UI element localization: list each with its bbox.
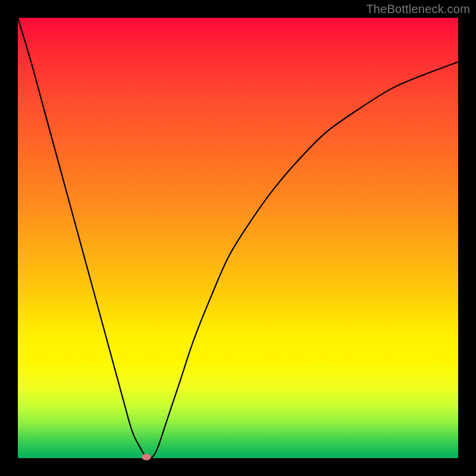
- optimum-marker: [142, 453, 151, 460]
- plot-area: [18, 18, 458, 458]
- curve-svg: [18, 18, 458, 458]
- bottleneck-curve: [18, 18, 458, 458]
- chart-frame: TheBottleneck.com: [0, 0, 476, 476]
- watermark-text: TheBottleneck.com: [366, 2, 470, 16]
